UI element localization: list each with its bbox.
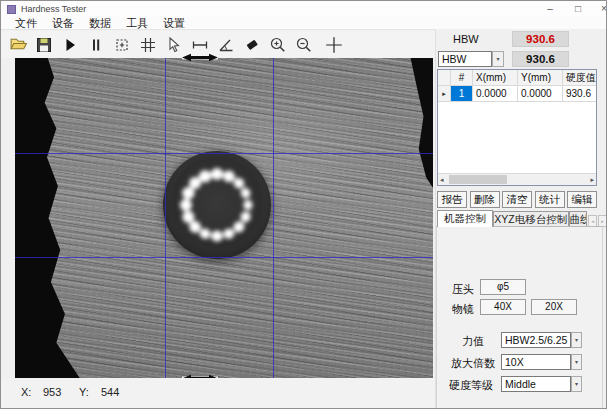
magnification-label: 放大倍数 bbox=[451, 356, 495, 371]
hardness-level-label: 硬度等级 bbox=[449, 378, 493, 393]
control-panel: HBW 930.6 HBW ▾ 930.6 # X(mm) Y(mm) 硬度值 … bbox=[435, 29, 607, 409]
tab-strip: 机器控制 XYZ电移台控制 曲线 ◂ ▸ bbox=[437, 210, 607, 227]
camera-view[interactable] bbox=[15, 58, 433, 378]
machine-control-panel: 压头 φ5 物镜 40X 20X 力值 HBW2.5/6.25 ▾ 放大倍数 1… bbox=[436, 226, 603, 409]
hardness-unit-label: HBW bbox=[453, 33, 479, 45]
grid-icon bbox=[139, 36, 157, 54]
hardness-scale-select[interactable]: HBW bbox=[438, 51, 492, 67]
measure-line-vertical-right[interactable] bbox=[273, 58, 274, 378]
indentation-highlight-ring bbox=[163, 151, 271, 259]
menu-device[interactable]: 设备 bbox=[45, 16, 81, 31]
measure-line-horizontal-top[interactable] bbox=[15, 153, 433, 154]
menu-file[interactable]: 文件 bbox=[8, 16, 44, 31]
eraser-icon bbox=[243, 36, 261, 54]
grid-button[interactable] bbox=[136, 33, 160, 57]
col-y: Y(mm) bbox=[518, 70, 563, 86]
pause-icon bbox=[87, 36, 105, 54]
tab-curve[interactable]: 曲线 bbox=[569, 211, 588, 227]
magnification-select[interactable]: 10X bbox=[501, 354, 571, 370]
reticle-button[interactable] bbox=[110, 33, 134, 57]
cell-x[interactable]: 0.0000 bbox=[473, 86, 518, 102]
magnification-dropdown-icon[interactable]: ▾ bbox=[571, 354, 582, 370]
results-table[interactable]: # X(mm) Y(mm) 硬度值 ▸ 1 0.0000 0.0000 930.… bbox=[437, 69, 597, 186]
open-file-icon bbox=[9, 35, 28, 54]
indentation bbox=[163, 151, 271, 259]
save-button[interactable] bbox=[32, 33, 56, 57]
indenter-label: 压头 bbox=[452, 282, 474, 297]
play-button[interactable] bbox=[58, 33, 82, 57]
measure-angle-icon bbox=[217, 36, 235, 54]
zoom-out-icon bbox=[295, 36, 313, 54]
measure-length-icon bbox=[191, 36, 209, 54]
table-row[interactable]: ▸ 1 0.0000 0.0000 930.6 bbox=[438, 86, 596, 102]
tab-xyz-stage-control[interactable]: XYZ电移台控制 bbox=[493, 211, 569, 227]
measure-line-vertical-left[interactable] bbox=[165, 58, 166, 378]
hardness-tester-window: Hardness Tester – □ × 文件 设备 数据 工具 设置 bbox=[0, 0, 607, 409]
row-selector-header bbox=[438, 70, 451, 86]
cursor-x-value: 953 bbox=[43, 386, 61, 398]
force-select[interactable]: HBW2.5/6.25 bbox=[501, 332, 571, 348]
menu-settings[interactable]: 设置 bbox=[156, 16, 192, 31]
objective-20x-button[interactable]: 20X bbox=[531, 299, 577, 315]
col-x: X(mm) bbox=[473, 70, 518, 86]
menu-data[interactable]: 数据 bbox=[82, 16, 118, 31]
toolbar bbox=[1, 31, 435, 58]
hardness-main-readout: 930.6 bbox=[512, 31, 569, 47]
delete-button[interactable]: 删除 bbox=[470, 191, 500, 208]
app-icon bbox=[7, 5, 16, 14]
clear-button[interactable]: 清空 bbox=[502, 191, 532, 208]
hardness-level-select[interactable]: Middle bbox=[501, 376, 571, 392]
edit-button[interactable]: 编辑 bbox=[567, 191, 597, 208]
reticle-icon bbox=[113, 36, 131, 54]
objective-label: 物镜 bbox=[452, 302, 474, 317]
crosshair-icon bbox=[324, 35, 344, 55]
eraser-button[interactable] bbox=[240, 33, 264, 57]
force-label: 力值 bbox=[462, 334, 484, 349]
menu-tools[interactable]: 工具 bbox=[119, 16, 155, 31]
top-drag-marker[interactable] bbox=[182, 53, 218, 62]
zoom-in-icon bbox=[269, 36, 287, 54]
open-file-button[interactable] bbox=[6, 33, 30, 57]
maximize-button[interactable]: □ bbox=[567, 2, 589, 16]
row-selector-icon[interactable]: ▸ bbox=[438, 86, 451, 102]
force-dropdown-icon[interactable]: ▾ bbox=[571, 332, 582, 348]
action-buttons: 报告 删除 清空 统计 编辑 bbox=[437, 191, 597, 208]
close-button[interactable]: × bbox=[593, 2, 607, 16]
window-title: Hardness Tester bbox=[21, 4, 86, 14]
play-icon bbox=[61, 36, 79, 54]
zoom-in-button[interactable] bbox=[266, 33, 290, 57]
specimen-edge-shadow bbox=[15, 58, 93, 378]
cursor-y-value: 544 bbox=[101, 386, 119, 398]
pointer-icon bbox=[165, 36, 183, 54]
measure-line-horizontal-bottom[interactable] bbox=[15, 257, 433, 258]
minimize-button[interactable]: – bbox=[539, 2, 561, 16]
col-index: # bbox=[451, 70, 473, 86]
corner-shadow bbox=[399, 58, 433, 188]
cell-y[interactable]: 0.0000 bbox=[518, 86, 563, 102]
scroll-right-icon[interactable]: ▸ bbox=[590, 174, 594, 185]
hardness-secondary-readout: 930.6 bbox=[512, 51, 569, 67]
cursor-y-label: Y: bbox=[79, 386, 89, 398]
crosshair-button[interactable] bbox=[322, 33, 346, 57]
hardness-scale-dropdown-icon[interactable]: ▾ bbox=[492, 51, 504, 67]
col-hardness: 硬度值 bbox=[563, 70, 596, 86]
pause-button[interactable] bbox=[84, 33, 108, 57]
table-header-row: # X(mm) Y(mm) 硬度值 bbox=[438, 70, 596, 86]
tab-machine-control[interactable]: 机器控制 bbox=[437, 210, 493, 227]
table-horizontal-scrollbar[interactable]: ◂ ▸ bbox=[438, 173, 596, 185]
save-icon bbox=[35, 36, 53, 54]
cell-hardness[interactable]: 930.6 bbox=[563, 86, 596, 102]
zoom-out-button[interactable] bbox=[292, 33, 316, 57]
status-bar: X: 953 Y: 544 bbox=[1, 378, 435, 409]
objective-40x-button[interactable]: 40X bbox=[480, 299, 526, 315]
statistics-button[interactable]: 统计 bbox=[535, 191, 565, 208]
report-button[interactable]: 报告 bbox=[437, 191, 467, 208]
cursor-x-label: X: bbox=[21, 386, 31, 398]
scrollbar-thumb[interactable] bbox=[449, 175, 507, 184]
cell-index[interactable]: 1 bbox=[451, 86, 473, 102]
indenter-button[interactable]: φ5 bbox=[480, 279, 526, 295]
scroll-left-icon[interactable]: ◂ bbox=[440, 174, 444, 185]
hardness-level-dropdown-icon[interactable]: ▾ bbox=[571, 376, 582, 392]
